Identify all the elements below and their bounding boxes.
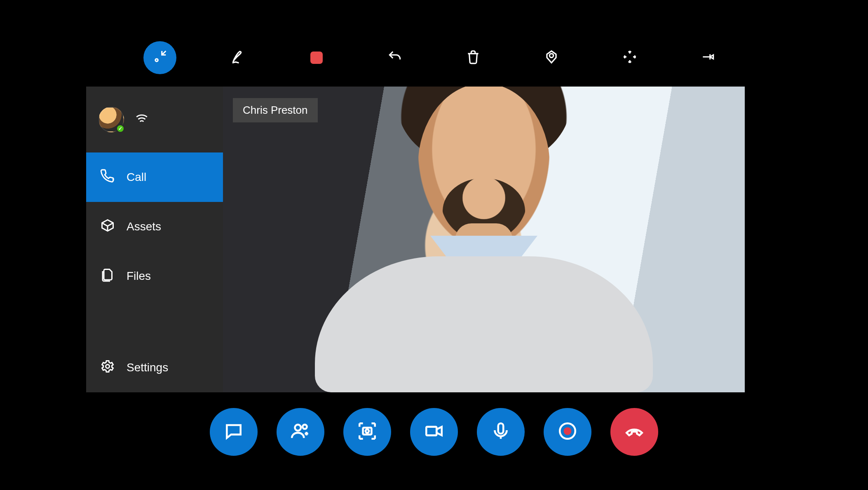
svg-point-10 (564, 427, 572, 435)
video-feed[interactable]: Chris Preston (223, 87, 745, 392)
package-icon (100, 218, 115, 236)
annotation-toolbar (0, 41, 868, 74)
sidebar-nav: Call Assets Files (86, 152, 223, 392)
hangup-button[interactable] (610, 408, 658, 456)
phone-icon (100, 169, 115, 186)
participant-name-tag: Chris Preston (233, 98, 318, 122)
ink-button[interactable] (222, 41, 255, 74)
svg-rect-8 (498, 423, 504, 434)
sidebar-item-label: Files (127, 270, 151, 283)
place-marker-icon (544, 49, 559, 66)
minimize-button[interactable] (143, 41, 176, 74)
svg-point-1 (549, 54, 554, 58)
network-icon (135, 112, 149, 127)
files-icon (100, 267, 115, 285)
camera-capture-icon (357, 421, 378, 443)
video-camera-icon (424, 421, 444, 443)
microphone-icon (490, 421, 511, 443)
video-toggle-button[interactable] (410, 408, 458, 456)
mic-toggle-button[interactable] (477, 408, 525, 456)
undo-button[interactable] (378, 41, 411, 74)
sidebar-item-label: Settings (127, 361, 168, 374)
avatar[interactable] (99, 107, 124, 132)
presence-status-icon (116, 124, 125, 133)
delete-button[interactable] (457, 41, 490, 74)
gear-icon (100, 359, 115, 377)
expand-button[interactable] (613, 41, 646, 74)
sidebar-item-call[interactable]: Call (86, 152, 223, 202)
sidebar-item-files[interactable]: Files (86, 251, 223, 301)
call-window: Call Assets Files (86, 87, 745, 392)
expand-arrows-icon (622, 49, 638, 66)
participant-figure (309, 104, 659, 392)
hangup-icon (624, 421, 645, 443)
place-marker-button[interactable] (535, 41, 568, 74)
trash-icon (465, 49, 481, 66)
color-square-icon (310, 52, 323, 64)
pin-button[interactable] (692, 41, 725, 74)
add-participant-button[interactable] (277, 408, 324, 456)
svg-point-0 (155, 59, 158, 61)
add-person-icon (290, 421, 311, 443)
profile-row (86, 87, 223, 152)
participant-name: Chris Preston (243, 104, 308, 116)
chat-icon (223, 421, 244, 443)
pen-icon (230, 49, 246, 66)
undo-icon (387, 49, 403, 66)
sidebar-item-label: Assets (127, 220, 161, 233)
pin-icon (700, 49, 716, 66)
svg-point-4 (303, 424, 307, 429)
sidebar: Call Assets Files (86, 87, 223, 392)
minimize-icon (152, 49, 168, 66)
svg-point-3 (295, 424, 301, 431)
record-button[interactable] (544, 408, 591, 456)
sidebar-item-settings[interactable]: Settings (86, 343, 223, 392)
svg-point-2 (106, 364, 110, 368)
sidebar-item-label: Call (127, 171, 146, 184)
call-controls (0, 408, 868, 456)
chat-button[interactable] (210, 408, 258, 456)
snapshot-button[interactable] (343, 408, 391, 456)
sidebar-item-assets[interactable]: Assets (86, 202, 223, 251)
svg-point-6 (366, 429, 369, 433)
ink-color-button[interactable] (300, 41, 333, 74)
record-icon (557, 421, 578, 443)
svg-rect-7 (426, 427, 436, 436)
